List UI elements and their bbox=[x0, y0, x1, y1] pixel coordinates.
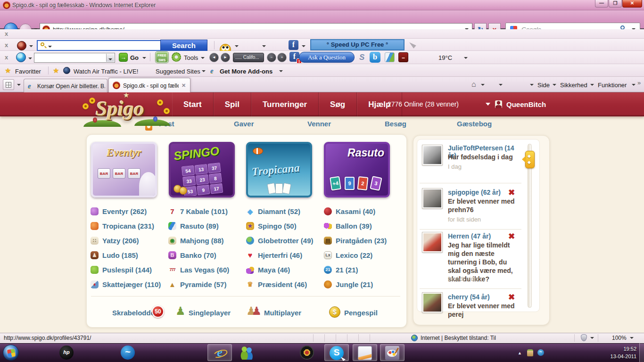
tools-dropdown-icon[interactable] bbox=[201, 57, 205, 59]
nav-spil[interactable]: Spil bbox=[214, 92, 251, 116]
page-menu-dropdown-icon[interactable] bbox=[553, 84, 556, 86]
orb-dropdown-icon[interactable] bbox=[28, 58, 32, 59]
favoritter-label[interactable]: Favoritter bbox=[15, 68, 41, 75]
maximize-button[interactable]: ❐ bbox=[609, 0, 622, 8]
toolbar3-close-icon[interactable]: x bbox=[5, 54, 8, 61]
get-addons-dropdown-icon[interactable] bbox=[279, 70, 283, 72]
monkey-icon[interactable] bbox=[17, 41, 26, 50]
speed-up-pc-button[interactable]: ° Speed Up PC Free ° bbox=[310, 39, 405, 50]
toolbar-overflow-chevron[interactable]: » bbox=[637, 79, 641, 86]
spigo-logo[interactable]: ★ Spigo bbox=[83, 93, 176, 134]
ask-a-question-button[interactable]: Ask a Question bbox=[299, 52, 355, 63]
start-button[interactable] bbox=[3, 345, 19, 361]
shield-dropdown-icon[interactable] bbox=[590, 337, 594, 339]
avatar-herren[interactable] bbox=[422, 232, 442, 252]
game-link-rasuto[interactable]: Rasuto (89) bbox=[168, 221, 246, 231]
nav-start[interactable]: Start bbox=[172, 92, 214, 116]
thumbnail-tropicana[interactable]: Tropicana bbox=[246, 142, 312, 197]
game-link-skattejaeger[interactable]: ♦Skattejæger (110) bbox=[91, 279, 168, 289]
volume-up-icon[interactable]: + bbox=[277, 53, 287, 62]
multiplayer-pawns-icon[interactable]: ♟♟ bbox=[246, 305, 262, 317]
safety-menu-dropdown-icon[interactable] bbox=[590, 84, 594, 86]
tray-hand-icon[interactable] bbox=[527, 349, 533, 356]
media-next-icon[interactable]: ► bbox=[221, 53, 230, 62]
go-arrow-icon[interactable]: → bbox=[119, 53, 128, 62]
smiley-dropdown-icon[interactable] bbox=[235, 45, 239, 47]
zoom-dropdown-icon[interactable] bbox=[630, 337, 634, 339]
game-link-piratgaaden[interactable]: ▤Piratgåden (23) bbox=[324, 235, 401, 246]
facebook-icon[interactable]: f bbox=[289, 40, 298, 50]
bing-icon[interactable]: b bbox=[370, 52, 380, 63]
game-link-yatzy[interactable]: ∷Yatzy (206) bbox=[91, 235, 168, 246]
subnav-gaestebog[interactable]: Gæstebog bbox=[457, 120, 492, 128]
subnav-venner[interactable]: Venner bbox=[307, 120, 331, 128]
watch-air-traffic-link[interactable]: Watch Air Traffic - LIVE! bbox=[74, 68, 138, 75]
suggested-sites-link[interactable]: Suggested Sites bbox=[156, 68, 200, 75]
free-sms-icon[interactable]: FREE SMS bbox=[156, 52, 168, 63]
toolbar-close-icon[interactable]: x bbox=[5, 30, 8, 37]
feed-scrollbar-track[interactable] bbox=[528, 144, 532, 308]
close-button[interactable]: ✕ bbox=[622, 0, 642, 8]
taskbar-paint-active[interactable] bbox=[380, 344, 405, 361]
thumbnail-spingo[interactable]: SPINGO 541337 33238 53917 bbox=[169, 142, 235, 197]
monkey-dropdown-icon[interactable] bbox=[29, 45, 33, 47]
feed-close-icon[interactable]: ✖ bbox=[508, 189, 515, 196]
eyes-dropdown-icon[interactable] bbox=[262, 45, 266, 47]
tab2-close-icon[interactable]: ✕ bbox=[182, 82, 186, 89]
feed-close-icon[interactable]: ✖ bbox=[508, 233, 515, 240]
tag-dropdown-icon[interactable] bbox=[464, 57, 468, 59]
game-link-ludo[interactable]: ♟Ludo (185) bbox=[91, 250, 168, 260]
user-dropdown-icon[interactable] bbox=[486, 103, 490, 106]
taskbar-ie-active[interactable]: e bbox=[207, 344, 232, 361]
toolbar-search-input[interactable] bbox=[37, 40, 160, 51]
red-app-icon[interactable]: ▬ bbox=[398, 52, 408, 62]
tools-label[interactable]: Tools bbox=[184, 54, 198, 61]
avatar-cherry[interactable] bbox=[422, 293, 442, 313]
game-link-jungle[interactable]: Jungle (21) bbox=[324, 279, 401, 289]
avatar-spigopige[interactable] bbox=[422, 189, 442, 208]
volume-down-icon[interactable]: − bbox=[267, 53, 276, 62]
skrabelodder-link[interactable]: Skrabelodder bbox=[112, 309, 157, 317]
facebook-notification-icon[interactable]: f1 bbox=[289, 52, 299, 62]
game-link-lasvegas[interactable]: 777Las Vegas (60) bbox=[168, 264, 246, 275]
gear-icon[interactable] bbox=[172, 52, 181, 62]
tray-expand-icon[interactable]: ▲ bbox=[518, 351, 522, 355]
feed-close-icon[interactable]: ✖ bbox=[508, 294, 515, 301]
game-link-ballon[interactable]: Ballon (39) bbox=[324, 221, 401, 231]
tools-menu[interactable]: Funktioner bbox=[598, 82, 627, 89]
road-icon[interactable] bbox=[385, 52, 395, 62]
multiplayer-link[interactable]: Multiplayer bbox=[264, 309, 301, 317]
game-link-hjerterfri[interactable]: ♥Hjerterfri (46) bbox=[246, 250, 323, 260]
thumbnail-eventyr[interactable]: Eventyr BAR BAR BAR bbox=[91, 142, 157, 197]
search-button[interactable]: Search bbox=[160, 40, 207, 51]
toolbar-combobox[interactable] bbox=[34, 53, 115, 63]
browser-orb-icon[interactable] bbox=[16, 52, 26, 62]
taskbar-skype-active[interactable]: S bbox=[324, 344, 349, 361]
toolbar2-close-icon[interactable]: x bbox=[5, 41, 8, 49]
feed-scrollbar-handle[interactable]: ◆ ◆ bbox=[522, 151, 535, 168]
suggested-sites-dropdown-icon[interactable] bbox=[202, 70, 206, 72]
money-coin-icon[interactable]: $ bbox=[329, 306, 340, 318]
game-link-mahjong[interactable]: ◉Mahjong (88) bbox=[168, 235, 246, 246]
page-menu[interactable]: Side bbox=[537, 82, 550, 89]
game-link-21[interactable]: 2121 (21) bbox=[324, 264, 401, 275]
minimize-button[interactable]: — bbox=[595, 0, 608, 8]
home-dropdown-icon[interactable] bbox=[481, 84, 485, 86]
game-link-pyramide[interactable]: ▲Pyramide (57) bbox=[168, 279, 246, 289]
game-link-tropicana[interactable]: Tropicana (231) bbox=[91, 221, 168, 231]
singleplayer-link[interactable]: Singleplayer bbox=[189, 309, 231, 317]
tab-spigo-active[interactable]: Spigo.dk - spil og fælle... ✕ bbox=[108, 78, 190, 92]
taskbar-mail2-active[interactable] bbox=[353, 344, 377, 361]
thumbnail-rasuto[interactable]: Rasuto +4 9 2 3 bbox=[324, 142, 390, 197]
singleplayer-pawn-icon[interactable]: ♟ bbox=[175, 305, 186, 317]
taskbar-hp-icon[interactable]: hp bbox=[59, 346, 74, 360]
taskbar-clock[interactable]: 19:52 13-04-2011 bbox=[593, 345, 636, 360]
pengespil-link[interactable]: Pengespil bbox=[344, 309, 378, 317]
get-addons-link[interactable]: Get More Add-ons bbox=[220, 68, 272, 75]
game-link-praesident[interactable]: ♛Præsident (46) bbox=[246, 279, 323, 289]
home-icon[interactable]: ⌂ bbox=[471, 80, 476, 89]
game-link-maya[interactable]: Maya (46) bbox=[246, 264, 323, 275]
rss-dropdown-icon[interactable] bbox=[499, 84, 503, 86]
nav-soeg[interactable]: Søg bbox=[319, 92, 357, 116]
game-link-banko[interactable]: BBanko (70) bbox=[168, 250, 246, 260]
